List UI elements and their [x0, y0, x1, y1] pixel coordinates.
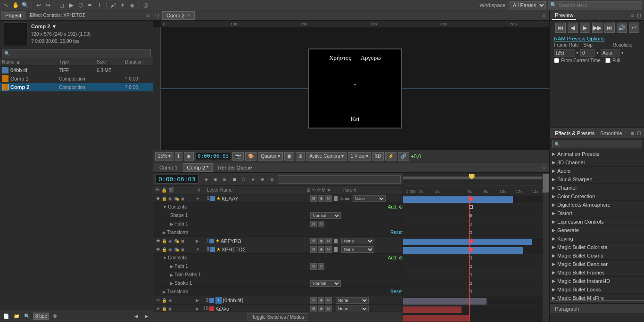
lock-icon-6[interactable]: 🔒 [161, 196, 167, 201]
effect-mb-misfire[interactable]: ▶ Magic Bullet MisFire [550, 294, 644, 300]
view-btn[interactable]: 1 View ▾ [348, 152, 371, 161]
layer-search[interactable] [278, 175, 401, 184]
prop-path1-8a[interactable]: ⊞ [310, 263, 317, 270]
lock-icon-10[interactable]: 🔒 [161, 306, 167, 312]
effect-digieffects[interactable]: ▶ Digieffects Atmosphere [550, 201, 644, 209]
prop-b-8[interactable]: ◉ [318, 246, 324, 253]
audio-btn[interactable]: 🔊 [617, 23, 627, 33]
arrow-right-icon[interactable]: ▶ [142, 312, 151, 321]
tab-comp2-timeline[interactable]: Comp 2 * [183, 163, 213, 172]
track-row-10[interactable] [403, 306, 549, 314]
prev-frame-btn[interactable]: ◀ [568, 23, 578, 33]
flow-btn[interactable]: ⚡ [385, 152, 396, 161]
grid-btn[interactable]: ⊞ [296, 152, 305, 161]
comp-panel-menu[interactable]: ≡ [541, 13, 547, 18]
timeline-scrollbar[interactable] [543, 173, 549, 322]
solo-icon-8[interactable]: ◉ [167, 247, 173, 252]
prop-c-7[interactable]: M [325, 238, 332, 244]
from-current-time-checkbox[interactable] [554, 58, 559, 63]
layer-row-10[interactable]: 👁 🔒 ◉ ▶ 10 Κέλλυ ⊞ ◉ M [153, 305, 403, 312]
cont-icon-7[interactable]: ◼ [180, 238, 185, 244]
prop-reset-6[interactable]: ⊞ [310, 195, 317, 202]
cont-icon-6[interactable]: ◼ [180, 196, 185, 201]
layer-current-time[interactable]: 0:00:06:03 [155, 175, 198, 184]
loop-btn[interactable]: ↩ [629, 23, 639, 33]
prop-9b[interactable]: ◉ [318, 297, 324, 304]
layer-row-transform-8[interactable]: ▶ Transform Reset [153, 288, 403, 296]
solo-icon-7[interactable]: ◉ [167, 238, 173, 244]
prop-b-6[interactable]: ◉ [318, 195, 324, 202]
effect-generate[interactable]: ▶ Generate [550, 226, 644, 234]
snapshot-btn[interactable]: 📷 [232, 152, 244, 161]
layer-row-transform-6[interactable]: ▶ Transform Reset [153, 228, 403, 237]
layer-row-9[interactable]: 👁 🔒 ◉ ▶ 9 T [04bb.tif] ⊞ ◉ [153, 296, 403, 305]
effect-blur-sharpen[interactable]: ▶ Blur & Sharpen [550, 175, 644, 184]
prop-path1-6b[interactable]: ⊟ [318, 221, 324, 227]
eraser-icon[interactable]: ◈ [128, 1, 136, 9]
mode-stroke1[interactable]: Normal [310, 280, 341, 287]
paint-8[interactable] [334, 247, 338, 252]
effect-mb-cosmo[interactable]: ▶ Magic Bullet Cosmo [550, 251, 644, 260]
expand-path1-6[interactable]: ▶ [170, 222, 173, 226]
comp-current-time[interactable]: 0:00:06:03 [195, 152, 231, 160]
zoom-btn[interactable]: 25% ▾ [155, 152, 173, 161]
expand-trimpaths[interactable]: ▶ [170, 273, 173, 277]
parent-select-6[interactable]: None [353, 195, 386, 202]
prop-path1-8b[interactable]: ⊟ [318, 263, 324, 270]
prop-10a[interactable]: ⊞ [310, 306, 317, 312]
new-folder-icon[interactable]: 📁 [12, 312, 21, 321]
camera-btn[interactable]: Active Camera ▾ [306, 152, 347, 161]
tab-comp1[interactable]: Comp 1 [155, 163, 182, 172]
redo-icon[interactable]: ↪ [44, 1, 52, 9]
lock-icon-7[interactable]: 🔒 [161, 238, 167, 244]
tab-preview[interactable]: Preview [552, 11, 576, 20]
layer-tool-5[interactable]: ⬡ [239, 175, 248, 184]
effect-channel[interactable]: ▶ Channel [550, 184, 644, 192]
toggle-switches-btn[interactable]: Toggle Switches / Modes [248, 313, 308, 321]
prop-10b[interactable]: ◉ [318, 306, 324, 312]
new-item-icon[interactable]: 📄 [2, 312, 10, 321]
add-btn-6[interactable]: Add: ⊕ [388, 204, 403, 209]
info-btn[interactable]: ℹ [175, 152, 182, 161]
expand-10[interactable]: ▶ [196, 306, 199, 311]
eye-icon-7[interactable]: 👁 [155, 238, 161, 244]
prop-9c[interactable]: M [325, 297, 332, 304]
frame-rate-dropdown[interactable]: ▾ [576, 50, 578, 55]
effect-mb-colorista[interactable]: ▶ Magic Bullet Colorista [550, 243, 644, 251]
track-row-9[interactable] [403, 297, 549, 306]
cont-icon-8[interactable]: ◼ [180, 247, 185, 252]
resolution-down-arrow[interactable]: ▾ [621, 50, 624, 55]
selection-tool[interactable]: ↖ [2, 1, 10, 9]
panel-menu-btn[interactable]: ≡ [145, 13, 152, 18]
file-item-04bb[interactable]: 04bb.tif TIFF 6,3 MB [0, 66, 153, 74]
layer-row-contents-8[interactable]: ▼ Contents Add: ⊕ [153, 254, 403, 262]
effect-keying[interactable]: ▶ Keying [550, 234, 644, 243]
track-row-6[interactable] [403, 195, 549, 204]
skip-input[interactable] [580, 49, 594, 56]
prop-path1-6a[interactable]: ⊞ [310, 221, 317, 227]
search-help-input[interactable] [559, 2, 634, 8]
preview-menu-btn[interactable]: ≡ [629, 13, 636, 18]
layer-tool-2[interactable]: ◉ [211, 175, 220, 184]
layer-row-stroke1[interactable]: ▶ Stroke 1 Normal [153, 279, 403, 288]
play-btn[interactable]: ▶ [580, 23, 590, 33]
parent-select-10[interactable]: None [336, 306, 369, 312]
layer-tool-8[interactable]: ⊗ [268, 175, 276, 184]
parent-select-8[interactable]: None [341, 246, 374, 253]
zoom-tool[interactable]: 🔍 [21, 1, 29, 9]
effect-mb-instanthd[interactable]: ▶ Magic Bullet InstantHD [550, 277, 644, 285]
color-btn[interactable]: 🎨 [245, 152, 256, 161]
expand-8[interactable]: ▼ [196, 247, 200, 252]
scrollbar-thumb[interactable] [543, 174, 549, 193]
delete-icon[interactable]: 🗑 [51, 312, 59, 321]
layer-row-contents-6[interactable]: ▼ Contents Add: ⊕ [153, 203, 403, 211]
new-comp-icon[interactable]: ◻ [58, 1, 66, 9]
effect-animation-presets[interactable]: ▶ Animation Presets [550, 150, 644, 158]
preview-quality-btn[interactable]: ◉ [184, 152, 194, 161]
shy-icon-8[interactable]: 🎭 [173, 247, 179, 252]
arrow-left-icon[interactable]: ◀ [132, 312, 140, 321]
project-search[interactable]: 🔍 [2, 49, 151, 57]
eye-icon-10[interactable]: 👁 [155, 306, 161, 312]
effect-mb-denoiser[interactable]: ▶ Magic Bullet Denoiser [550, 260, 644, 268]
project-search-icon[interactable]: 🔍 [23, 312, 31, 321]
